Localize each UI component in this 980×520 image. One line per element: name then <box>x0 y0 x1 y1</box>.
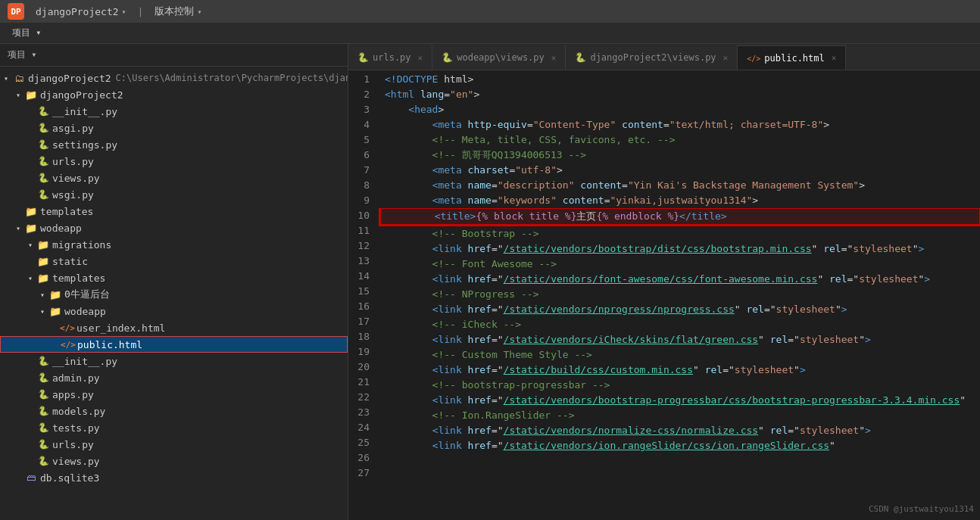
tab-icon: </> <box>747 53 760 64</box>
project-name[interactable]: djangoProject2 ▾ <box>36 6 126 17</box>
tree-item[interactable]: 🐍tests.py <box>0 419 348 436</box>
file-icon: 🐍 <box>36 121 50 135</box>
file-icon: 🐍 <box>36 371 50 385</box>
tree-item[interactable]: 🐍urls.py <box>0 436 348 453</box>
editor-tabs: 🐍urls.py✕🐍wodeapp\views.py✕🐍djangoProjec… <box>348 44 980 70</box>
tab-close-button[interactable]: ✕ <box>723 53 729 63</box>
file-label: views.py <box>52 173 100 184</box>
file-label: urls.py <box>52 156 94 167</box>
editor: 🐍urls.py✕🐍wodeapp\views.py✕🐍djangoProjec… <box>348 44 980 520</box>
file-icon: 🐍 <box>36 404 50 418</box>
file-icon: </> <box>61 321 74 335</box>
file-label: admin.py <box>52 372 100 384</box>
code-line: <link href="/static/vendors/bootstrap-pr… <box>379 393 980 408</box>
tree-item[interactable]: 📁templates <box>0 203 348 220</box>
tab-icon: 🐍 <box>575 52 586 63</box>
vcs-menu[interactable]: 版本控制 ▾ <box>154 5 201 18</box>
file-label: templates <box>52 272 105 284</box>
tree-arrow: ▾ <box>12 224 24 232</box>
tab-close-button[interactable]: ✕ <box>832 53 837 63</box>
file-icon: 📁 <box>36 238 50 251</box>
editor-tab-public-html[interactable]: </>public.html✕ <box>738 45 846 70</box>
file-icon: 🐍 <box>36 354 50 368</box>
tree-item[interactable]: 🐍asgi.py <box>0 120 348 136</box>
file-icon: 🐍 <box>36 437 50 451</box>
file-label: models.py <box>52 406 105 417</box>
file-label: __init__.py <box>52 106 117 117</box>
tree-item[interactable]: 🐍apps.py <box>0 386 348 403</box>
line-number: 13 <box>354 254 370 269</box>
file-label: urls.py <box>52 439 94 450</box>
line-number: 4 <box>354 117 370 132</box>
line-number: 14 <box>354 269 370 284</box>
tree-item[interactable]: 🐍views.py <box>0 453 348 469</box>
file-icon: 🐍 <box>36 421 50 434</box>
editor-tab-wodeapp-views[interactable]: 🐍wodeapp\views.py✕ <box>432 45 566 70</box>
file-icon: 📁 <box>48 304 62 318</box>
code-line: <!-- NProgress --> <box>379 287 980 302</box>
tree-item[interactable]: 🐍admin.py <box>0 369 348 386</box>
vcs-chevron: ▾ <box>197 8 201 16</box>
code-line: <!-- Custom Theme Style --> <box>379 347 980 363</box>
tab-label: urls.py <box>373 52 411 63</box>
file-icon: 🐍 <box>36 138 50 151</box>
file-label: migrations <box>52 239 111 251</box>
file-label: wodeapp <box>40 223 82 234</box>
editor-tab-djangoproject2-views[interactable]: 🐍djangoProject2\views.py✕ <box>566 45 738 70</box>
tree-item[interactable]: ▾📁djangoProject2 <box>0 86 348 103</box>
code-line: <!-- Ion.RangeSlider --> <box>379 408 980 423</box>
file-icon: 📁 <box>24 221 38 235</box>
tree-item[interactable]: ▾🗂djangoProject2C:\Users\Administrator\P… <box>0 70 348 86</box>
code-line: <meta charset="utf-8"> <box>379 163 980 178</box>
tree-item[interactable]: ▾📁wodeapp <box>0 303 348 319</box>
line-number: 1 <box>354 72 370 87</box>
tree-arrow: ▾ <box>0 74 12 83</box>
tab-close-button[interactable]: ✕ <box>418 53 423 63</box>
file-label: 0牛逼后台 <box>64 288 110 301</box>
line-number: 20 <box>354 360 370 375</box>
code-line: <meta name="description" content="Yin Ka… <box>379 178 980 193</box>
code-line: <!-- 凯哥哥QQ1394006513 --> <box>379 148 980 163</box>
tree-arrow: ▾ <box>36 291 48 299</box>
tree-item[interactable]: ▾📁wodeapp <box>0 220 348 236</box>
tree-item[interactable]: 🐍settings.py <box>0 136 348 153</box>
tree-item[interactable]: 🐍views.py <box>0 170 348 186</box>
sidebar-title: 项目 ▾ <box>8 48 36 61</box>
tree-item[interactable]: 🐍models.py <box>0 403 348 419</box>
tree-item[interactable]: ▾📁migrations <box>0 236 348 253</box>
tree-item[interactable]: ▾📁0牛逼后台 <box>0 286 348 303</box>
tree-item[interactable]: ▾📁templates <box>0 269 348 286</box>
editor-tab-urls-py[interactable]: 🐍urls.py✕ <box>348 45 432 70</box>
line-number: 10 <box>354 208 370 223</box>
code-content[interactable]: <!DOCTYPE html><html lang="en"> <head> <… <box>379 70 980 520</box>
tree-item[interactable]: 🐍__init__.py <box>0 103 348 120</box>
tree-item[interactable]: 🐍__init__.py <box>0 353 348 369</box>
file-icon: 🐍 <box>36 104 50 118</box>
line-number: 9 <box>354 193 370 208</box>
tree-item[interactable]: 🐍urls.py <box>0 153 348 170</box>
project-menu-item[interactable]: 项目 ▾ <box>6 25 47 41</box>
tree-item[interactable]: 📁static <box>0 253 348 269</box>
file-icon: 🗃 <box>24 471 38 484</box>
file-icon: 🐍 <box>36 188 50 201</box>
tree-arrow: ▾ <box>36 307 48 316</box>
tab-label: djangoProject2\views.py <box>590 52 716 63</box>
titlebar-separator: | <box>138 6 144 17</box>
tab-close-button[interactable]: ✕ <box>551 53 557 63</box>
tree-item[interactable]: </>public.html <box>0 336 348 353</box>
line-number: 24 <box>354 420 370 435</box>
file-tree[interactable]: ▾🗂djangoProject2C:\Users\Administrator\P… <box>0 67 348 520</box>
line-number: 21 <box>354 375 370 390</box>
line-number: 19 <box>354 344 370 360</box>
file-icon: 📁 <box>24 88 38 101</box>
line-number: 27 <box>354 466 370 481</box>
code-line: <link href="/static/build/css/custom.min… <box>379 363 980 378</box>
line-number: 3 <box>354 102 370 117</box>
line-number: 5 <box>354 132 370 148</box>
line-number: 18 <box>354 329 370 344</box>
file-label: db.sqlite3 <box>40 472 99 484</box>
tree-item[interactable]: 🐍wsgi.py <box>0 186 348 203</box>
code-line: <!-- Font Awesome --> <box>379 257 980 272</box>
tree-item[interactable]: </>user_index.html <box>0 319 348 336</box>
tree-item[interactable]: 🗃db.sqlite3 <box>0 469 348 486</box>
